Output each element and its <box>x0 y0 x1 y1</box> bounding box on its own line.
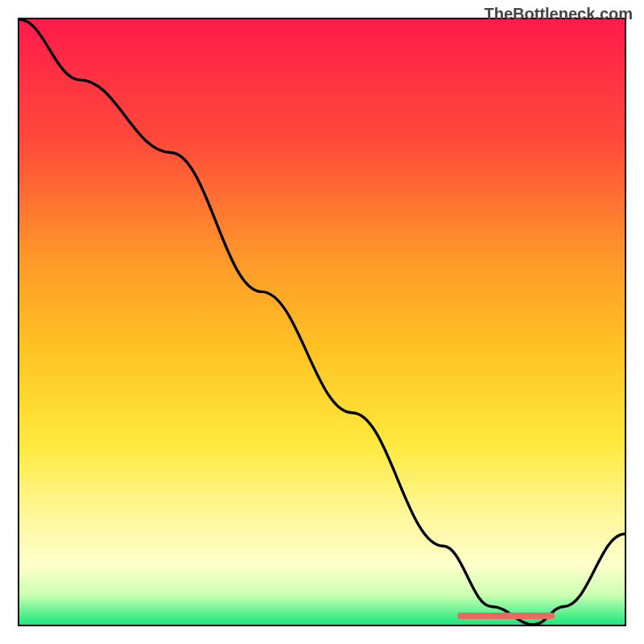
curve-overlay <box>19 19 625 625</box>
bottleneck-curve-line <box>19 19 625 625</box>
watermark-text: TheBottleneck.com <box>485 5 633 23</box>
chart-plot-area <box>18 18 626 626</box>
optimal-range-marker <box>457 613 555 619</box>
